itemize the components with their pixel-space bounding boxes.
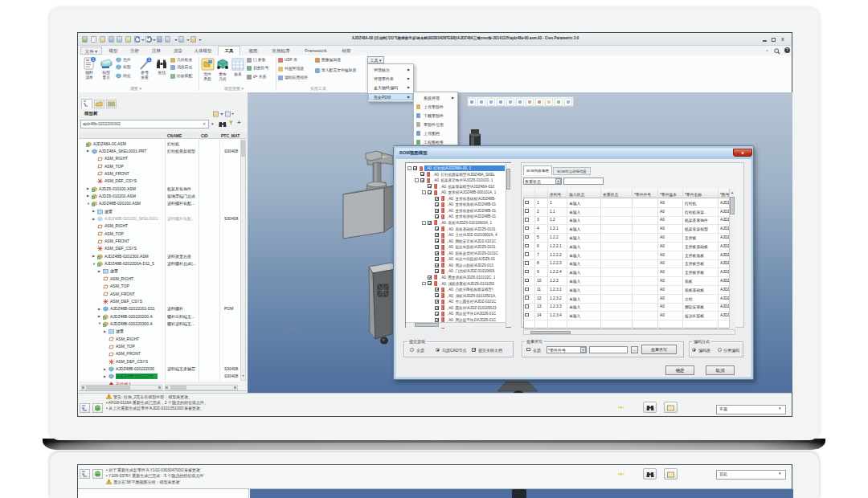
svg-text:!: ! (108, 480, 109, 484)
svg-text:!: ! (108, 394, 109, 399)
svg-text:18 18:07: 18 18:07 (285, 326, 301, 331)
